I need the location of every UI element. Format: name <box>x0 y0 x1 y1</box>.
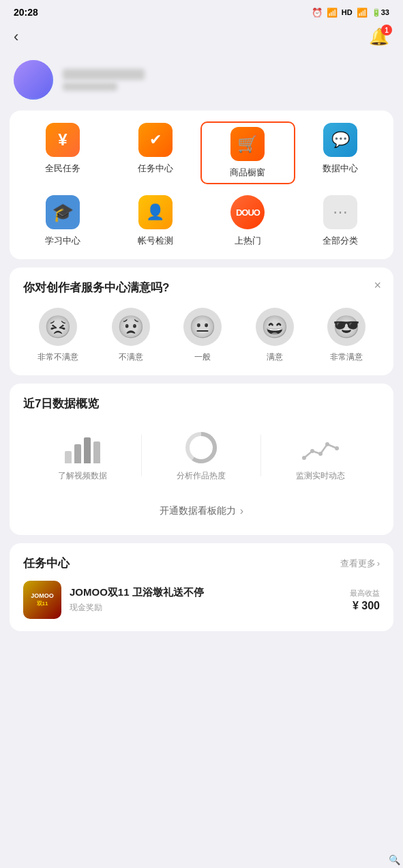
unlock-arrow-icon: › <box>240 505 243 517</box>
heat-data-label: 分析作品热度 <box>177 470 226 482</box>
reward-label: 最高收益 <box>350 588 380 598</box>
heat-chart-icon <box>181 429 222 463</box>
menu-item-quanbu[interactable]: ⋯ 全部分类 <box>294 195 387 247</box>
menu-item-renwu[interactable]: ✔ 任务中心 <box>109 123 202 183</box>
realtime-data-label: 监测实时动态 <box>296 470 345 482</box>
avatar <box>14 60 53 100</box>
task-name-jomoo: JOMOO双11 卫浴墩礼送不停 <box>70 586 342 599</box>
svg-point-2 <box>302 456 306 460</box>
task-center-title: 任务中心 <box>23 555 70 571</box>
neutral-face: 😐 <box>183 308 222 346</box>
very-good-label: 非常满意 <box>330 351 363 363</box>
quanmin-icon: ¥ <box>46 123 80 157</box>
data-overview-card: 近7日数据概览 了解视频数据 分析作品热度 <box>10 384 393 535</box>
status-time: 20:28 <box>14 7 38 18</box>
good-face: 😄 <box>256 308 294 346</box>
svg-point-6 <box>335 446 339 450</box>
video-data-label: 了解视频数据 <box>58 470 107 482</box>
menu-item-xuexi[interactable]: 🎓 学习中心 <box>16 195 109 247</box>
svg-point-5 <box>325 442 329 446</box>
quanbu-icon: ⋯ <box>323 195 357 229</box>
reshang-icon: DOUO <box>230 195 265 229</box>
signal-icon: 📶 <box>357 8 368 18</box>
unlock-label: 开通数据看板能力 <box>160 505 236 517</box>
menu-item-quanmin[interactable]: ¥ 全民任务 <box>16 123 109 183</box>
data-overview-title: 近7日数据概览 <box>23 396 380 411</box>
satisfaction-neutral[interactable]: 😐 一般 <box>183 308 222 363</box>
battery-icon: 🔋33 <box>372 8 389 17</box>
back-button[interactable]: ‹ <box>14 28 18 46</box>
hd-icon: HD <box>342 8 353 16</box>
task-info-jomoo: JOMOO双11 卫浴墩礼送不停 现金奖励 <box>70 586 342 613</box>
satisfaction-card: × 你对创作者服务中心满意吗? 😣 非常不满意 😟 不满意 😐 一般 😄 满意 … <box>10 267 393 375</box>
task-sub-jomoo: 现金奖励 <box>70 602 342 613</box>
notification-badge: 1 <box>381 25 392 35</box>
menu-item-zhanghu[interactable]: 👤 🔍 帐号检测 <box>109 195 202 247</box>
task-item-jomoo[interactable]: JOMOO 双11 JOMOO双11 卫浴墩礼送不停 现金奖励 最高收益 ¥ 3… <box>23 581 380 619</box>
svg-point-4 <box>318 452 323 456</box>
satisfaction-very-bad[interactable]: 😣 非常不满意 <box>38 308 78 363</box>
task-center-card: 任务中心 查看更多 › JOMOO 双11 JOMOO双11 卫浴墩礼送不停 现… <box>10 543 393 631</box>
zhanghu-label: 帐号检测 <box>138 235 173 247</box>
wifi-icon: 📶 <box>327 8 338 18</box>
data-icons-row: 了解视频数据 分析作品热度 <box>23 422 380 489</box>
shuju-icon: 💬 <box>323 123 357 157</box>
task-thumb-jomoo: JOMOO 双11 <box>23 581 61 619</box>
satisfaction-bad[interactable]: 😟 不满意 <box>112 308 150 363</box>
emoji-row: 😣 非常不满意 😟 不满意 😐 一般 😄 满意 😎 非常满意 <box>23 308 380 363</box>
task-reward-jomoo: 最高收益 ¥ 300 <box>350 588 380 612</box>
menu-item-shangpin[interactable]: 🛒 商品橱窗 <box>200 121 296 184</box>
unlock-data-button[interactable]: 开通数据看板能力 › <box>23 500 380 523</box>
username-sub-blurred <box>63 83 117 91</box>
view-more-arrow: › <box>377 558 380 568</box>
xuexi-label: 学习中心 <box>45 235 80 247</box>
notification-bell[interactable]: 🔔 1 <box>369 27 389 46</box>
profile-section <box>0 53 403 111</box>
svg-point-3 <box>310 449 314 453</box>
very-bad-label: 非常不满意 <box>38 351 78 363</box>
reshang-label: 上热门 <box>235 235 261 247</box>
shangpin-icon: 🛒 <box>230 127 265 161</box>
zhanghu-icon: 👤 🔍 <box>138 195 173 229</box>
quanbu-label: 全部分类 <box>323 235 358 247</box>
bad-label: 不满意 <box>119 351 143 363</box>
username-block <box>63 69 145 91</box>
menu-grid: ¥ 全民任务 ✔ 任务中心 🛒 商品橱窗 💬 数据中心 <box>16 123 387 247</box>
video-chart-icon <box>62 429 103 463</box>
renwu-label: 任务中心 <box>138 162 173 175</box>
data-item-realtime[interactable]: 监测实时动态 <box>261 429 380 482</box>
status-icons: ⏰ 📶 HD 📶 🔋33 <box>312 8 389 18</box>
satisfaction-very-good[interactable]: 😎 非常满意 <box>327 308 365 363</box>
task-header: 任务中心 查看更多 › <box>23 555 380 571</box>
xuexi-icon: 🎓 <box>46 195 80 229</box>
reward-value: ¥ 300 <box>350 600 380 612</box>
username-blurred <box>63 69 145 80</box>
menu-grid-card: ¥ 全民任务 ✔ 任务中心 🛒 商品橱窗 💬 数据中心 <box>10 111 393 259</box>
satisfaction-title: 你对创作者服务中心满意吗? <box>23 280 380 295</box>
menu-item-shuju[interactable]: 💬 数据中心 <box>294 123 387 183</box>
top-nav: ‹ 🔔 1 <box>0 22 403 53</box>
alarm-icon: ⏰ <box>312 8 323 18</box>
shangpin-label: 商品橱窗 <box>230 167 265 179</box>
shuju-label: 数据中心 <box>323 162 358 175</box>
renwu-icon: ✔ <box>138 123 173 157</box>
very-good-face: 😎 <box>327 308 365 346</box>
quanmin-label: 全民任务 <box>45 162 80 175</box>
view-more-button[interactable]: 查看更多 › <box>340 558 380 570</box>
neutral-label: 一般 <box>194 351 211 363</box>
very-bad-face: 😣 <box>39 308 77 346</box>
good-label: 满意 <box>267 351 283 363</box>
view-more-label: 查看更多 <box>340 558 376 570</box>
satisfaction-close-button[interactable]: × <box>374 278 381 293</box>
bad-face: 😟 <box>112 308 150 346</box>
menu-item-reshang[interactable]: DOUO 上热门 <box>202 195 295 247</box>
realtime-chart-icon <box>300 429 341 463</box>
satisfaction-good[interactable]: 😄 满意 <box>256 308 294 363</box>
status-bar: 20:28 ⏰ 📶 HD 📶 🔋33 <box>0 0 403 22</box>
jomoo-event: 双11 <box>37 601 48 607</box>
data-item-video[interactable]: 了解视频数据 <box>23 429 142 482</box>
data-item-heat[interactable]: 分析作品热度 <box>142 429 260 482</box>
jomoo-logo: JOMOO <box>31 592 54 599</box>
